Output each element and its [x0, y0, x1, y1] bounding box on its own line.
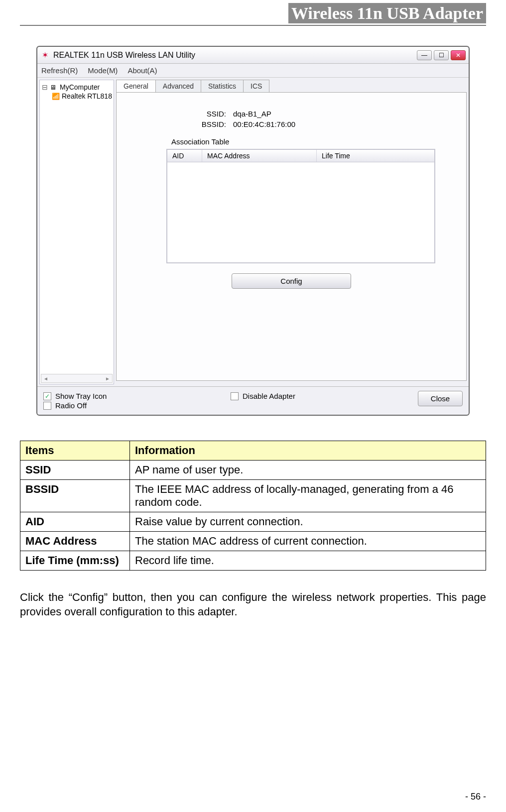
bssid-label: BSSID: [191, 120, 226, 128]
row-bssid-key: BSSID [20, 480, 130, 512]
close-button[interactable]: Close [418, 391, 463, 406]
menubar: Refresh(R) Mode(M) About(A) [37, 64, 469, 78]
minimize-button[interactable]: — [417, 50, 432, 60]
ssid-label: SSID: [191, 110, 226, 118]
info-head-items: Items [20, 441, 130, 461]
radio-off-checkbox[interactable] [43, 402, 51, 410]
row-ssid-val: AP name of user type. [130, 461, 486, 480]
maximize-button[interactable]: ☐ [434, 50, 449, 60]
show-tray-checkbox[interactable]: ✓ [43, 392, 51, 400]
disable-adapter-checkbox[interactable] [231, 392, 239, 400]
window-title: REALTEK 11n USB Wireless LAN Utility [53, 51, 417, 60]
tab-advanced[interactable]: Advanced [155, 80, 201, 92]
show-tray-label: Show Tray Icon [55, 392, 107, 400]
app-icon: ✶ [40, 51, 49, 60]
tree-scrollbar[interactable]: ◄ ► [41, 374, 113, 383]
row-ssid-key: SSID [20, 461, 130, 480]
row-aid-key: AID [20, 512, 130, 532]
association-table: AID MAC Address Life Time [166, 149, 435, 263]
bssid-value: 00:E0:4C:81:76:00 [233, 120, 295, 128]
ssid-value: dqa-B1_AP [233, 110, 271, 118]
tab-body-general: SSID: dqa-B1_AP BSSID: 00:E0:4C:81:76:00… [116, 92, 467, 381]
info-head-information: Information [130, 441, 486, 461]
tree-root[interactable]: ⊟ 🖥 MyComputer [42, 83, 112, 91]
tree-root-label: MyComputer [60, 83, 100, 91]
row-mac-key: MAC Address [20, 532, 130, 551]
tree-child-label: Realtek RTL818 [62, 92, 112, 100]
row-mac-val: The station MAC address of current conne… [130, 532, 486, 551]
app-window: ✶ REALTEK 11n USB Wireless LAN Utility —… [36, 46, 470, 416]
col-life[interactable]: Life Time [317, 150, 434, 162]
menu-mode[interactable]: Mode(M) [88, 66, 118, 75]
page-header: Wireless 11n USB Adapter [20, 0, 486, 26]
row-life-val: Record life time. [130, 551, 486, 571]
disable-adapter-label: Disable Adapter [243, 392, 295, 400]
col-mac[interactable]: MAC Address [202, 150, 317, 162]
tab-general[interactable]: General [116, 80, 156, 92]
row-aid-val: Raise value by current connection. [130, 512, 486, 532]
tab-ics[interactable]: ICS [243, 80, 269, 92]
scroll-right-icon[interactable]: ► [105, 376, 110, 381]
scroll-left-icon[interactable]: ◄ [43, 376, 48, 381]
content-pane: General Advanced Statistics ICS SSID: dq… [116, 80, 467, 384]
page-number: - 56 - [465, 792, 486, 802]
computer-icon: 🖥 [50, 84, 58, 91]
tab-statistics[interactable]: Statistics [201, 80, 244, 92]
assoc-table-label: Association Table [171, 137, 456, 146]
close-window-button[interactable]: ✕ [451, 50, 466, 60]
bottom-bar: ✓ Show Tray Icon Radio Off Disable Adapt… [37, 386, 469, 415]
adapter-icon: 📶 [52, 93, 60, 100]
col-aid[interactable]: AID [167, 150, 202, 162]
description-paragraph: Click the “Config” button, then you can … [20, 590, 486, 619]
tree-pane: ⊟ 🖥 MyComputer 📶 Realtek RTL818 ◄ ► [39, 80, 114, 384]
tab-row: General Advanced Statistics ICS [116, 80, 467, 92]
config-button[interactable]: Config [232, 273, 351, 289]
table-row: MAC Address The station MAC address of c… [20, 532, 486, 551]
page-title: Wireless 11n USB Adapter [288, 3, 486, 23]
row-bssid-val: The IEEE MAC address of locally-managed,… [130, 480, 486, 512]
menu-about[interactable]: About(A) [127, 66, 157, 75]
titlebar: ✶ REALTEK 11n USB Wireless LAN Utility —… [37, 47, 469, 64]
table-row: BSSID The IEEE MAC address of locally-ma… [20, 480, 486, 512]
menu-refresh[interactable]: Refresh(R) [41, 66, 78, 75]
row-life-key: Life Time (mm:ss) [20, 551, 130, 571]
tree-toggle-icon[interactable]: ⊟ [42, 83, 48, 91]
radio-off-label: Radio Off [55, 401, 87, 410]
tree-child[interactable]: 📶 Realtek RTL818 [52, 92, 112, 100]
info-table: Items Information SSID AP name of user t… [20, 441, 486, 571]
table-row: AID Raise value by current connection. [20, 512, 486, 532]
table-row: SSID AP name of user type. [20, 461, 486, 480]
table-row: Life Time (mm:ss) Record life time. [20, 551, 486, 571]
